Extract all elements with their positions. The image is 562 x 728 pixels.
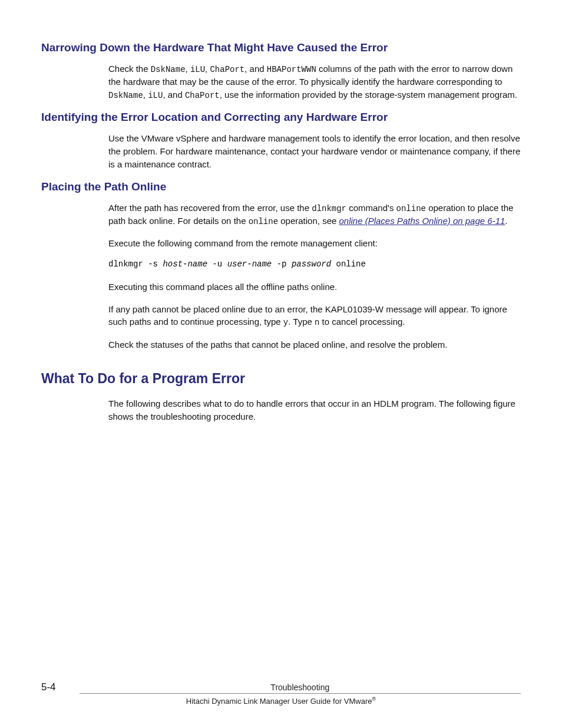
para-identifying-1: Use the VMware vSphere and hardware mana… [108,132,521,170]
code-ilu2: iLU [148,91,163,100]
para-placing-3: Executing this command places all the of… [108,281,521,294]
cmd-text: -u [207,259,227,269]
para-placing-2: Execute the following command from the r… [108,237,521,250]
footer-subtitle-text: Hitachi Dynamic Link Manager User Guide … [186,697,372,706]
cmd-text: online [331,259,366,269]
footer-doc-title: Hitachi Dynamic Link Manager User Guide … [41,696,521,706]
footer-top-row: 5-4 Troubleshooting [41,681,521,694]
text: , [186,64,190,74]
text: Check the [108,64,151,74]
code-dskname2: DskName [108,91,143,100]
cmd-text: dlnkmgr -s [108,259,163,269]
para-placing-4: If any path cannot be placed online due … [108,303,521,329]
text: to cancel processing. [319,317,405,327]
code-dlnkmgr: dlnkmgr [312,204,346,213]
text: , and [163,90,185,100]
cmd-text: -p [272,259,292,269]
heading-identifying: Identifying the Error Location and Corre… [41,111,521,124]
code-dskname: DskName [151,65,186,74]
code-online2: online [249,217,278,226]
link-online-paths[interactable]: online (Places Paths Online) on page 6-1… [339,216,505,226]
text: , use the information provided by the st… [220,90,517,100]
text: command's [346,203,396,213]
para-program-error-1: The following describes what to do to ha… [108,397,521,423]
heading-program-error: What To Do for a Program Error [41,371,521,387]
cmd-username: user-name [227,259,272,269]
page-footer: 5-4 Troubleshooting Hitachi Dynamic Link… [41,681,521,706]
code-y: y [283,318,288,327]
heading-narrowing: Narrowing Down the Hardware That Might H… [41,41,521,54]
para-narrowing-1: Check the DskName, iLU, ChaPort, and HBA… [108,62,521,101]
text: , [143,90,148,100]
code-block-command: dlnkmgr -s host-name -u user-name -p pas… [108,259,521,269]
text: , and [244,64,267,74]
para-placing-5: Check the statuses of the paths that can… [108,338,521,351]
text: After the path has recovered from the er… [108,203,312,213]
page-number: 5-4 [41,681,56,693]
code-hbaportwwn: HBAPortWWN [267,65,316,74]
code-online: online [396,204,426,213]
footer-section-title: Troubleshooting [80,683,521,694]
code-chaport: ChaPort [210,65,244,74]
cmd-password: password [292,259,331,269]
text: . [505,216,507,226]
text: operation, see [278,216,339,226]
code-chaport2: ChaPort [185,91,220,100]
text: . Type [288,317,315,327]
para-placing-1: After the path has recovered from the er… [108,202,521,228]
code-ilu: iLU [190,65,205,74]
registered-mark: ® [372,696,376,702]
heading-placing: Placing the Path Online [41,180,521,193]
cmd-hostname: host-name [163,259,207,269]
